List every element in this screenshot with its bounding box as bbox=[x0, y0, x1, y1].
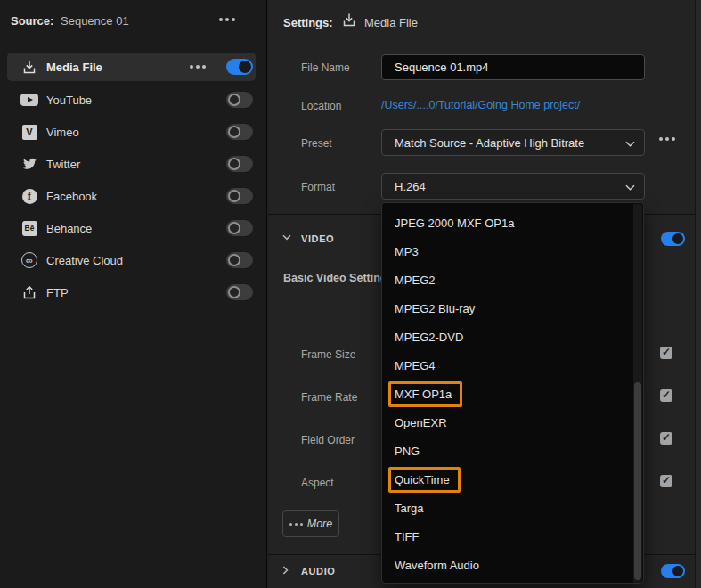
destination-label: Behance bbox=[46, 222, 92, 235]
source-more-options-button[interactable] bbox=[219, 18, 235, 21]
destination-label: Vimeo bbox=[46, 126, 79, 139]
facebook-toggle[interactable] bbox=[226, 188, 253, 204]
field-order-checkbox[interactable] bbox=[660, 432, 672, 445]
creative-cloud-icon: ∞ bbox=[20, 250, 39, 270]
format-option-label: MPEG2 bbox=[388, 267, 446, 293]
panel-edge bbox=[695, 0, 701, 588]
preset-more-options-button[interactable] bbox=[659, 137, 675, 141]
format-option-label: Targa bbox=[388, 495, 435, 521]
format-option[interactable]: Waveform Audio bbox=[382, 551, 643, 579]
frame-rate-checkbox[interactable] bbox=[660, 389, 672, 402]
frame-size-label: Frame Size bbox=[301, 348, 355, 361]
source-sequence-name: Sequence 01 bbox=[61, 14, 129, 28]
audio-toggle[interactable] bbox=[661, 564, 685, 578]
destination-item-ftp[interactable]: FTP bbox=[7, 276, 256, 308]
frame-size-checkbox[interactable] bbox=[660, 347, 672, 359]
format-option[interactable]: PNG bbox=[382, 437, 643, 465]
export-destinations-sidebar: Source: Sequence 01 Media File YouTube V… bbox=[0, 0, 267, 588]
format-option-label: MP3 bbox=[388, 239, 429, 265]
chevron-down-icon bbox=[625, 141, 635, 147]
format-option[interactable]: MXF OP1a bbox=[382, 380, 643, 408]
format-option[interactable]: MPEG4 bbox=[382, 351, 643, 380]
video-toggle[interactable] bbox=[661, 232, 685, 246]
format-option-label: QuickTime bbox=[388, 467, 461, 493]
format-option-label: MXF OP1a bbox=[388, 381, 462, 407]
youtube-icon bbox=[20, 90, 39, 110]
more-button-label: More bbox=[307, 518, 332, 530]
video-section-title: VIDEO bbox=[301, 233, 334, 244]
media-file-icon bbox=[20, 57, 39, 77]
format-option[interactable]: JPEG 2000 MXF OP1a bbox=[382, 208, 643, 237]
media-file-toggle[interactable] bbox=[226, 59, 253, 75]
vimeo-toggle[interactable] bbox=[226, 124, 253, 140]
format-select[interactable]: H.264 bbox=[381, 173, 645, 200]
twitter-toggle[interactable] bbox=[226, 156, 253, 172]
destination-item-facebook[interactable]: f Facebook bbox=[7, 180, 256, 212]
twitter-icon bbox=[20, 154, 39, 174]
behance-icon: Bē bbox=[20, 218, 39, 238]
format-option[interactable]: MPEG2-DVD bbox=[382, 323, 643, 351]
format-option[interactable]: MP3 bbox=[382, 237, 643, 265]
format-option[interactable]: MPEG2 Blu-ray bbox=[382, 294, 643, 323]
media-file-icon bbox=[341, 12, 357, 28]
settings-target: Media File bbox=[364, 16, 418, 29]
preset-label: Preset bbox=[301, 137, 332, 150]
basic-video-settings-title: Basic Video Settings bbox=[283, 272, 393, 284]
chevron-down-icon bbox=[625, 184, 635, 191]
format-option-label: MPEG2 Blu-ray bbox=[388, 296, 485, 322]
export-dialog: { "colors": { "accent_blue": "#2680eb", … bbox=[0, 0, 701, 588]
format-option-label: MPEG2-DVD bbox=[388, 324, 474, 350]
facebook-icon: f bbox=[20, 186, 39, 206]
destination-item-media-file[interactable]: Media File bbox=[7, 53, 256, 81]
format-dropdown: JPEG 2000 MXF OP1a MP3 MPEG2 MPEG2 Blu-r… bbox=[381, 202, 644, 584]
destination-item-twitter[interactable]: Twitter bbox=[7, 148, 256, 180]
format-option-label: OpenEXR bbox=[388, 410, 458, 436]
field-order-label: Field Order bbox=[301, 434, 355, 446]
more-dots-icon bbox=[289, 523, 303, 526]
media-file-more-options-button[interactable] bbox=[190, 65, 206, 69]
destination-item-behance[interactable]: Bē Behance bbox=[7, 212, 256, 244]
file-name-input[interactable] bbox=[381, 54, 645, 80]
format-option[interactable]: Targa bbox=[382, 494, 643, 522]
format-option[interactable]: OpenEXR bbox=[382, 408, 643, 437]
preset-select[interactable]: Match Source - Adaptive High Bitrate bbox=[381, 129, 645, 156]
format-option[interactable]: QuickTime bbox=[382, 465, 643, 494]
format-option[interactable]: TIFF bbox=[382, 522, 643, 551]
aspect-checkbox[interactable] bbox=[660, 475, 672, 487]
format-option-label: PNG bbox=[388, 438, 430, 464]
more-settings-button[interactable]: More bbox=[282, 510, 339, 537]
destination-label: Facebook bbox=[46, 190, 97, 203]
preset-value: Match Source - Adaptive High Bitrate bbox=[395, 136, 584, 150]
destination-item-creative-cloud[interactable]: ∞ Creative Cloud bbox=[7, 244, 256, 276]
file-name-label: File Name bbox=[301, 61, 350, 74]
destination-label: Creative Cloud bbox=[46, 254, 123, 267]
youtube-toggle[interactable] bbox=[226, 92, 253, 108]
ftp-upload-icon bbox=[20, 282, 39, 302]
source-label: Source: bbox=[11, 14, 53, 28]
format-option-label: MPEG4 bbox=[388, 353, 446, 379]
destination-item-youtube[interactable]: YouTube bbox=[7, 84, 256, 116]
location-label: Location bbox=[301, 100, 341, 112]
behance-toggle[interactable] bbox=[226, 220, 253, 236]
destination-label: FTP bbox=[46, 286, 69, 299]
frame-rate-label: Frame Rate bbox=[301, 391, 357, 404]
destination-item-vimeo[interactable]: V Vimeo bbox=[7, 116, 256, 148]
video-section-chevron-down-icon[interactable] bbox=[282, 234, 291, 241]
format-option-label: TIFF bbox=[388, 524, 429, 550]
audio-section-chevron-right-icon[interactable] bbox=[282, 566, 289, 575]
destination-label: Twitter bbox=[46, 158, 80, 171]
audio-section-title: AUDIO bbox=[301, 566, 335, 576]
ftp-toggle[interactable] bbox=[226, 284, 253, 300]
dropdown-scrollbar-thumb[interactable] bbox=[634, 382, 641, 580]
location-link[interactable]: /Users/....0/Tutorial/Going Home project… bbox=[381, 99, 580, 111]
settings-label: Settings: bbox=[283, 16, 333, 29]
format-option-label: Waveform Audio bbox=[388, 552, 490, 578]
vimeo-icon: V bbox=[20, 122, 39, 142]
format-label: Format bbox=[301, 181, 335, 193]
format-option-label: JPEG 2000 MXF OP1a bbox=[388, 210, 525, 236]
format-option[interactable]: MPEG2 bbox=[382, 265, 643, 294]
format-value: H.264 bbox=[395, 180, 426, 193]
destination-label: YouTube bbox=[46, 94, 92, 107]
aspect-label: Aspect bbox=[301, 477, 334, 489]
creative-cloud-toggle[interactable] bbox=[226, 252, 253, 268]
